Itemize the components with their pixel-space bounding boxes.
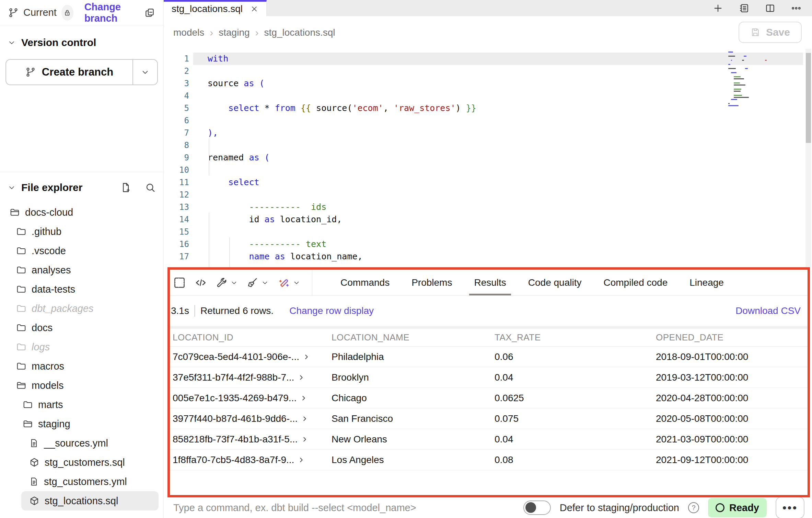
code-line-4[interactable]: 4: [164, 90, 812, 102]
tree-item-dbt-packages[interactable]: dbt_packages: [0, 299, 163, 318]
tree-item-models[interactable]: models: [0, 376, 163, 395]
new-file-icon[interactable]: [120, 182, 131, 193]
line-number: 6: [164, 116, 193, 125]
defer-toggle[interactable]: [523, 500, 551, 515]
code-line-2[interactable]: 2: [164, 65, 812, 77]
table-row[interactable]: 858218fb-73f7-4b1b-a31f-5...New Orleans0…: [170, 429, 808, 450]
expand-row-chevron-icon[interactable]: [300, 394, 308, 402]
results-tab-problems[interactable]: Problems: [411, 270, 452, 295]
results-tab-code-quality[interactable]: Code quality: [528, 270, 582, 295]
cell-tax_rate: 0.0625: [495, 393, 656, 404]
split-pane-icon[interactable]: [765, 3, 776, 14]
table-row[interactable]: 37e5f311-b7f4-4f2f-988b-7...Brooklyn0.04…: [170, 367, 808, 388]
tree-item-logs[interactable]: logs: [0, 337, 163, 357]
code-line-12[interactable]: 12: [164, 189, 812, 201]
results-tab-compiled-code[interactable]: Compiled code: [603, 270, 668, 295]
expand-row-chevron-icon[interactable]: [298, 374, 305, 381]
code-line-15[interactable]: 15: [164, 226, 812, 238]
tree-item-stg-locations-sql[interactable]: stg_locations.sql: [21, 491, 159, 510]
tree-item-macros[interactable]: macros: [0, 357, 163, 376]
scrollbar-thumb[interactable]: [806, 53, 811, 143]
copy-icon[interactable]: [144, 7, 155, 18]
help-icon[interactable]: ?: [688, 502, 699, 513]
code-editor[interactable]: 1with23source as (45 select * from {{ so…: [164, 49, 812, 267]
table-row[interactable]: 005e7e1c-1935-4269-b479...Chicago0.06252…: [170, 388, 808, 408]
version-control-section-header[interactable]: Version control: [0, 33, 163, 52]
sidebar-divider: [0, 172, 163, 172]
line-number: 15: [164, 227, 193, 237]
tree-item--vscode[interactable]: .vscode: [0, 241, 163, 260]
table-icon-button[interactable]: [173, 277, 186, 289]
expand-row-chevron-icon[interactable]: [301, 415, 309, 423]
code-line-16[interactable]: 16 ---------- text: [164, 238, 812, 250]
tree-item-stg-customers-sql[interactable]: stg_customers.sql: [0, 453, 163, 472]
save-button[interactable]: Save: [739, 22, 802, 43]
tree-item-data-tests[interactable]: data-tests: [0, 280, 163, 299]
table-header-row: LOCATION_IDLOCATION_NAMETAX_RATEOPENED_D…: [170, 329, 808, 347]
code-line-3[interactable]: 3source as (: [164, 77, 812, 90]
column-header-opened_date[interactable]: OPENED_DATE: [656, 332, 808, 343]
results-table: LOCATION_IDLOCATION_NAMETAX_RATEOPENED_D…: [170, 326, 808, 470]
file-explorer-section-header[interactable]: File explorer: [0, 177, 163, 198]
query-time: 3.1s: [171, 305, 189, 316]
code-line-1[interactable]: 1with: [164, 53, 812, 65]
tree-item-docs[interactable]: docs: [0, 318, 163, 337]
tree-item--github[interactable]: .github: [0, 222, 163, 241]
change-row-display-link[interactable]: Change row display: [289, 305, 374, 316]
breadcrumb-segment[interactable]: stg_locations.sql: [264, 27, 335, 38]
ellipsis-icon[interactable]: [791, 3, 802, 14]
notebook-icon[interactable]: [739, 3, 750, 14]
code-icon-button[interactable]: [195, 277, 207, 289]
tree-item-marts[interactable]: marts: [0, 395, 163, 414]
results-tab-results[interactable]: Results: [474, 270, 506, 295]
column-header-location_id[interactable]: LOCATION_ID: [170, 332, 332, 343]
code-line-8[interactable]: 8: [164, 139, 812, 151]
column-header-tax_rate[interactable]: TAX_RATE: [495, 332, 656, 343]
code-line-5[interactable]: 5 select * from {{ source('ecom', 'raw_s…: [164, 102, 812, 114]
code-line-14[interactable]: 14 id as location_id,: [164, 213, 812, 226]
results-tab-lineage[interactable]: Lineage: [689, 270, 724, 295]
expand-row-chevron-icon[interactable]: [298, 456, 305, 464]
wand-icon-button[interactable]: [278, 277, 300, 289]
breadcrumb-segment[interactable]: staging: [219, 27, 250, 38]
table-row[interactable]: 1f8ffa70-7cb5-4d83-8a7f-9...Los Angeles0…: [170, 450, 808, 470]
search-icon[interactable]: [145, 182, 156, 193]
create-branch-button[interactable]: Create branch: [6, 60, 132, 85]
tree-item-stg-customers-yml[interactable]: stg_customers.yml: [0, 472, 163, 491]
create-branch-dropdown[interactable]: [132, 60, 157, 85]
code-line-6[interactable]: 6: [164, 114, 812, 127]
tree-item-staging[interactable]: staging: [0, 414, 163, 433]
column-header-location_name[interactable]: LOCATION_NAME: [332, 332, 495, 343]
table-row[interactable]: 3977f440-b87d-461b-9dd6-...San Francisco…: [170, 408, 808, 429]
tab-stg-locations-sql[interactable]: stg_locations.sql: [164, 0, 267, 16]
tree-item-analyses[interactable]: analyses: [0, 260, 163, 280]
results-tab-commands[interactable]: Commands: [340, 270, 390, 295]
tree-item-docs-cloud[interactable]: docs-cloud: [0, 203, 163, 222]
sidebar: Current Change branch Version control: [0, 0, 164, 518]
editor-scrollbar[interactable]: [805, 49, 811, 267]
code-line-10[interactable]: 10: [164, 164, 812, 176]
table-row[interactable]: 7c079cea-5ed4-4101-906e-...Philadelphia0…: [170, 347, 808, 367]
download-csv-link[interactable]: Download CSV: [735, 305, 801, 316]
broom-icon-button[interactable]: [247, 277, 269, 289]
breadcrumb-segment[interactable]: models: [173, 27, 204, 38]
plus-icon[interactable]: [712, 3, 723, 14]
expand-row-chevron-icon[interactable]: [301, 436, 309, 443]
tree-item--sources-yml[interactable]: __sources.yml: [0, 433, 163, 453]
code-line-17[interactable]: 17 name as location_name,: [164, 250, 812, 263]
code-line-11[interactable]: 11 select: [164, 176, 812, 189]
command-input[interactable]: Type a command, ex. dbt build --select <…: [173, 502, 514, 514]
code-text: renamed as (: [193, 151, 803, 164]
code-line-13[interactable]: 13 ---------- ids: [164, 201, 812, 213]
expand-row-chevron-icon[interactable]: [303, 353, 310, 361]
code-line-9[interactable]: 9renamed as (: [164, 151, 812, 164]
toggle-knob: [525, 502, 536, 513]
minimap[interactable]: [728, 52, 767, 107]
more-options-button[interactable]: •••: [776, 497, 804, 518]
code-line-7[interactable]: 7),: [164, 127, 812, 139]
line-number: 11: [164, 178, 193, 187]
wrench-icon-button[interactable]: [216, 277, 238, 289]
close-icon[interactable]: [250, 5, 258, 13]
folder-open-icon: [23, 419, 33, 429]
change-branch-link[interactable]: Change branch: [84, 1, 139, 24]
